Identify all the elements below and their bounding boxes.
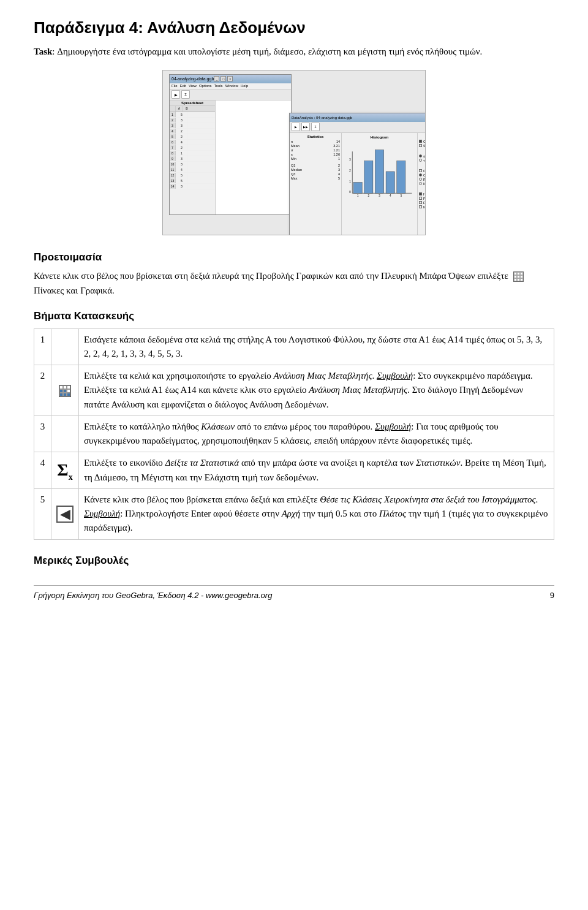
da-right-panel: Histogram Graph Classes Set Classes Manu…: [417, 133, 426, 235]
svg-text:1: 1: [357, 194, 359, 197]
ss-row-11: 114: [170, 167, 215, 173]
prep-section: Προετοιμασία Κάνετε κλικ στο βέλος που β…: [34, 251, 554, 298]
ggb-main-panel: DataAnalysis : 04-analyzing-data.ggb _ □…: [216, 100, 291, 214]
steps-title: Βήματα Κατασκευής: [34, 310, 554, 322]
minimize-btn: _: [214, 76, 219, 82]
step-row-4: 4 Σx Επιλέξτε το εικονίδιο Δείξτε τα Στα…: [34, 452, 554, 489]
stat-q3: Q34: [291, 172, 340, 176]
step-row-1: 1 Εισάγετε κάποια δεδομένα στα κελιά της…: [34, 328, 554, 365]
ss-row-1: 15: [170, 112, 215, 118]
arrow-left-icon: ◀: [56, 506, 74, 523]
page-footer: Γρήγορη Εκκίνηση του GeoGebra, Έκδοση 4.…: [34, 585, 554, 600]
svg-text:3: 3: [349, 158, 351, 161]
stat-min: Min1: [291, 157, 340, 161]
tool-btn-2: Σ: [181, 90, 190, 99]
ggb-title-text: 04-analyzing-data.ggb: [172, 77, 214, 81]
prep-text: Κάνετε κλικ στο βέλος που βρίσκεται στη …: [34, 268, 554, 298]
step-row-2: 2 Επιλέξτε τα κελιά και χρησιμοποιήστε τ…: [34, 365, 554, 416]
ggb-titlebar: 04-analyzing-data.ggb _ □ ×: [170, 75, 291, 83]
step-num-4: 4: [34, 452, 51, 489]
steps-table: 1 Εισάγετε κάποια δεδομένα στα κελιά της…: [34, 328, 554, 540]
close-btn: ×: [227, 76, 233, 82]
step-icon-2: [51, 365, 79, 416]
svg-rect-14: [386, 171, 394, 192]
ss-row-8: 81: [170, 151, 215, 156]
ggb-window-controls: _ □ ×: [214, 76, 233, 82]
ss-row-12: 125: [170, 173, 215, 178]
step-row-3: 3 Επιλέξτε το κατάλληλο πλήθος Κλάσεων α…: [34, 415, 554, 452]
da-toolbar: ▶ ▶▶ Σ: [290, 122, 426, 133]
task-label: Task: [34, 47, 52, 56]
prep-text-2: Πίνακες και Γραφικά.: [34, 286, 115, 295]
svg-text:3: 3: [379, 194, 380, 197]
ss-row-7: 72: [170, 145, 215, 151]
histogram-svg: 0 1 2 3 1 2 3 4 5: [344, 139, 415, 213]
svg-text:2: 2: [368, 194, 370, 197]
ss-header: A B: [170, 106, 215, 112]
stat-max: Max5: [291, 176, 340, 180]
task-text: : Δημιουργήστε ένα ιστόγραμμα και υπολογ…: [52, 47, 482, 56]
ggb-toolbar: ▶ Σ: [170, 89, 291, 100]
ggb-content: Spreadsheet A B 15 23 33 42 52 64 72 81 …: [170, 100, 291, 214]
ss-row-10: 103: [170, 162, 215, 167]
screenshot-container: 04-analyzing-data.ggb _ □ × File Edit Vi…: [34, 70, 554, 238]
da-cb-manual: [419, 144, 422, 147]
svg-rect-15: [397, 161, 405, 193]
ss-row-14: 143: [170, 184, 215, 189]
da-title-text: DataAnalysis : 04-analyzing-data.ggb: [292, 116, 352, 119]
spreadsheet-label: Spreadsheet: [170, 100, 215, 106]
ss-row-3: 33: [170, 123, 215, 129]
step-content-5: Κάνετε κλικ στο βέλος που βρίσκεται επάν…: [79, 488, 554, 539]
prep-title: Προετοιμασία: [34, 251, 554, 264]
da-cb-classes: [419, 140, 422, 143]
ggb-main-window: 04-analyzing-data.ggb _ □ × File Edit Vi…: [169, 74, 292, 215]
ggb-menubar: File Edit View Options Tools Window Help: [170, 83, 291, 89]
da-tool-3: Σ: [311, 123, 320, 131]
da-stats-panel: Statistics n14 Mean3.21 σ1.21 s1.26 Min1…: [290, 133, 342, 235]
ss-row-13: 135: [170, 178, 215, 184]
tips-section: Μερικές Συμβουλές: [34, 555, 554, 567]
stat-n: n14: [291, 140, 340, 143]
da-tool-2: ▶▶: [301, 123, 310, 131]
ss-row-4: 42: [170, 129, 215, 134]
step-icon-3: [51, 415, 79, 452]
tips-title: Μερικές Συμβουλές: [34, 555, 554, 567]
page-title: Παράδειγμα 4: Ανάλυση Δεδομένων: [34, 18, 554, 37]
step-icon-5: ◀: [51, 488, 79, 539]
svg-rect-13: [375, 150, 383, 193]
svg-rect-12: [364, 161, 373, 193]
step-icon-4: Σx: [51, 452, 79, 489]
stat-sd: σ1.21: [291, 148, 340, 152]
sigma-icon: Σx: [57, 460, 72, 479]
stat-mean: Mean3.21: [291, 144, 340, 148]
grid-icon: [513, 271, 524, 282]
screenshot-image: 04-analyzing-data.ggb _ □ × File Edit Vi…: [162, 70, 426, 235]
page-number: 9: [550, 591, 554, 600]
svg-text:2: 2: [349, 169, 351, 172]
maximize-btn: □: [221, 76, 226, 82]
footer-left: Γρήγορη Εκκίνηση του GeoGebra, Έκδοση 4.…: [34, 591, 272, 600]
svg-rect-11: [353, 182, 362, 193]
step-icon-1: [51, 328, 79, 365]
da-titlebar: DataAnalysis : 04-analyzing-data.ggb _ □…: [290, 113, 426, 122]
step-num-2: 2: [34, 365, 51, 416]
ss-row-2: 23: [170, 118, 215, 123]
svg-text:0: 0: [349, 191, 351, 194]
da-opt-manual: Set Classes Manually: [419, 144, 426, 148]
svg-text:1: 1: [349, 180, 351, 183]
ss-row-9: 93: [170, 156, 215, 162]
ss-row-6: 64: [170, 140, 215, 145]
step-num-1: 1: [34, 328, 51, 365]
grid-icon-step2: [59, 385, 71, 397]
task-description: Task: Δημιουργήστε ένα ιστόγραμμα και υπ…: [34, 45, 554, 59]
step-content-3: Επιλέξτε το κατάλληλο πλήθος Κλάσεων από…: [79, 415, 554, 452]
spreadsheet-panel: Spreadsheet A B 15 23 33 42 52 64 72 81 …: [170, 100, 216, 214]
da-window: DataAnalysis : 04-analyzing-data.ggb _ □…: [289, 113, 426, 235]
da-histogram: Histogram 0 1 2 3: [342, 133, 417, 235]
da-tool-1: ▶: [292, 123, 300, 131]
da-body: Statistics n14 Mean3.21 σ1.21 s1.26 Min1…: [290, 133, 426, 235]
step-content-4: Επιλέξτε το εικονίδιο Δείξτε τα Στατιστι…: [79, 452, 554, 489]
step-content-2: Επιλέξτε τα κελιά και χρησιμοποιήστε το …: [79, 365, 554, 416]
step-row-5: 5 ◀ Κάνετε κλικ στο βέλος που βρίσκεται …: [34, 488, 554, 539]
prep-text-1: Κάνετε κλικ στο βέλος που βρίσκεται στη …: [34, 271, 508, 281]
